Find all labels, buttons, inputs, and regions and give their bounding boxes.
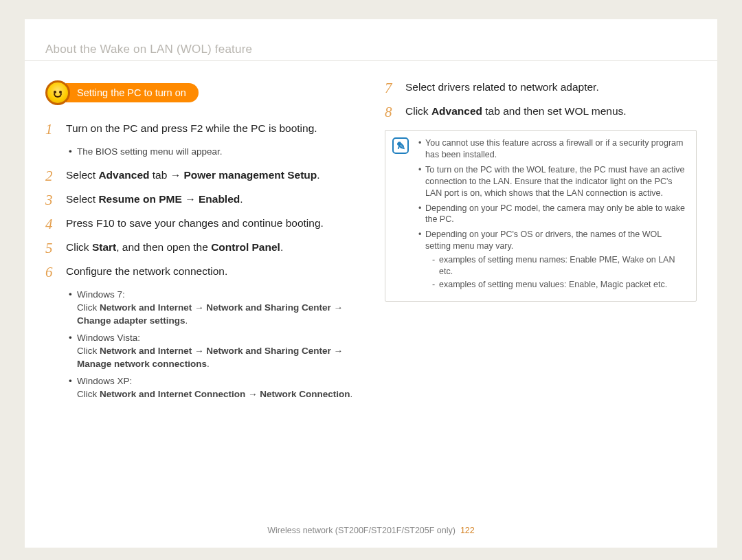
note-list: You cannot use this feature across a fir…: [418, 137, 686, 291]
right-column: 7Select drivers related to network adapt…: [385, 80, 697, 411]
step-text: Select drivers related to network adapte…: [405, 80, 697, 95]
content-columns: Setting the PC to turn on 1Turn on the P…: [25, 61, 717, 411]
step-subitem: Windows Vista:Click Network and Internet…: [69, 332, 357, 371]
step: 1Turn on the PC and press F2 while the P…: [45, 122, 357, 137]
step-subitem: The BIOS setting menu will appear.: [69, 146, 357, 159]
document-page: About the Wake on LAN (WOL) feature Sett…: [25, 19, 717, 548]
smiley-badge-icon: [45, 80, 70, 105]
step-subitem: Windows 7:Click Network and Internet → N…: [69, 289, 357, 328]
step-number: 2: [45, 168, 58, 184]
step-text: Select Advanced tab → Power management S…: [66, 168, 357, 183]
step-subitem: Windows XP:Click Network and Internet Co…: [69, 375, 357, 401]
page-title: About the Wake on LAN (WOL) feature: [25, 19, 717, 61]
step-text: Configure the network connection.: [66, 265, 357, 279]
section-heading-label: Setting the PC to turn on: [66, 83, 199, 102]
note-item: Depending on your PC model, the camera m…: [418, 203, 686, 226]
step-text: Click Start, and then open the Control P…: [66, 240, 357, 255]
step-number: 5: [45, 240, 58, 256]
step-number: 7: [385, 80, 397, 96]
step-text: Select Resume on PME → Enabled.: [66, 192, 357, 207]
left-column: Setting the PC to turn on 1Turn on the P…: [45, 80, 357, 411]
note-item: To turn on the PC with the WOL feature, …: [418, 164, 686, 199]
step-number: 4: [45, 216, 58, 232]
step: 8Click Advanced tab and then set WOL men…: [385, 104, 697, 120]
step-text: Turn on the PC and press F2 while the PC…: [66, 122, 357, 136]
footer-text: Wireless network (ST200F/ST201F/ST205F o…: [267, 526, 456, 535]
step: 2Select Advanced tab → Power management …: [45, 168, 357, 184]
note-sublist: examples of setting menu names: Enable P…: [425, 254, 686, 291]
step-number: 6: [45, 265, 58, 280]
right-steps-list: 7Select drivers related to network adapt…: [385, 80, 697, 120]
step-sublist: The BIOS setting menu will appear.: [45, 146, 357, 159]
page-footer: Wireless network (ST200F/ST201F/ST205F o…: [25, 526, 717, 535]
step-number: 3: [45, 192, 58, 208]
step: 3Select Resume on PME → Enabled.: [45, 192, 357, 208]
left-steps-list: 1Turn on the PC and press F2 while the P…: [45, 122, 357, 401]
step-number: 8: [385, 104, 397, 120]
note-subitem: examples of setting menu names: Enable P…: [432, 254, 686, 278]
step-sublist: Windows 7:Click Network and Internet → N…: [45, 289, 357, 401]
step-number: 1: [45, 122, 58, 137]
step: 5Click Start, and then open the Control …: [45, 240, 357, 256]
note-box: ✎ You cannot use this feature across a f…: [385, 130, 697, 302]
step: 6Configure the network connection.: [45, 265, 357, 280]
section-heading: Setting the PC to turn on: [45, 80, 357, 105]
step: 4Press F10 to save your changes and cont…: [45, 216, 357, 232]
note-icon: ✎: [392, 137, 409, 154]
page-number: 122: [460, 526, 475, 535]
step: 7Select drivers related to network adapt…: [385, 80, 697, 96]
note-subitem: examples of setting menu values: Enable,…: [432, 279, 686, 291]
note-item: Depending on your PC's OS or drivers, th…: [418, 229, 686, 290]
note-item: You cannot use this feature across a fir…: [418, 137, 686, 161]
step-text: Click Advanced tab and then set WOL menu…: [405, 104, 697, 119]
step-text: Press F10 to save your changes and conti…: [66, 216, 357, 231]
